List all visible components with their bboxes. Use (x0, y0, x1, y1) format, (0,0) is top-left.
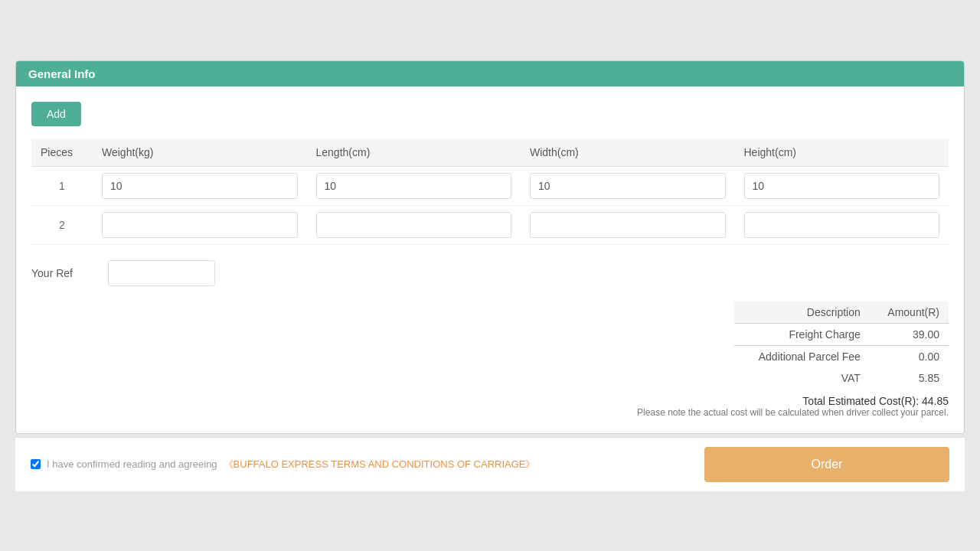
summary-col-description: Description (734, 302, 870, 324)
summary-row: Freight Charge 39.00 (734, 323, 949, 345)
table-row: 1 (31, 166, 949, 205)
card-body: Add Pieces Weight(kg) Length(cm) Width(c… (16, 86, 964, 433)
summary-row: Additional Parcel Fee 0.00 (734, 345, 949, 367)
terms-checkbox-label[interactable]: I have confirmed reading and agreeing 《B… (31, 458, 535, 471)
summary-col-amount: Amount(R) (870, 302, 949, 324)
height-input[interactable] (744, 212, 940, 238)
order-button[interactable]: Order (704, 447, 949, 482)
length-input[interactable] (316, 173, 512, 199)
col-pieces: Pieces (31, 139, 93, 167)
terms-checkbox[interactable] (31, 459, 41, 469)
summary-amount: 0.00 (870, 345, 949, 367)
summary-amount: 39.00 (870, 323, 949, 345)
summary-row: VAT 5.85 (734, 367, 949, 389)
checkbox-prefix: I have confirmed reading and agreeing (47, 458, 217, 470)
total-estimated: Total Estimated Cost(R): 44.85 (637, 395, 949, 407)
col-width: Width(cm) (521, 139, 735, 167)
summary-description: Freight Charge (734, 323, 870, 345)
actual-cost-note: Please note the actual cost will be calc… (637, 407, 949, 418)
col-length: Length(cm) (307, 139, 521, 167)
col-height: Height(cm) (735, 139, 949, 167)
terms-text: 《BUFFALO EXPRESS TERMS AND CONDITIONS OF… (224, 458, 536, 471)
card-header: General Info (16, 61, 964, 86)
summary-description: Additional Parcel Fee (734, 345, 870, 367)
your-ref-input[interactable] (108, 260, 215, 286)
add-button[interactable]: Add (31, 102, 81, 126)
piece-number: 1 (31, 166, 93, 205)
height-input[interactable] (744, 173, 940, 199)
weight-input[interactable] (102, 212, 298, 238)
summary-description: VAT (734, 367, 870, 389)
total-note: Total Estimated Cost(R): 44.85 Please no… (637, 395, 949, 418)
width-cell (521, 166, 735, 205)
your-ref-label: Your Ref (31, 267, 108, 279)
width-cell (521, 205, 735, 244)
weight-cell (93, 205, 307, 244)
table-row: 2 (31, 205, 949, 244)
length-input[interactable] (316, 212, 512, 238)
height-cell (735, 166, 949, 205)
piece-number: 2 (31, 205, 93, 244)
width-input[interactable] (530, 173, 726, 199)
height-cell (735, 205, 949, 244)
width-input[interactable] (530, 212, 726, 238)
summary-table: Description Amount(R) Freight Charge 39.… (734, 302, 949, 389)
length-cell (307, 166, 521, 205)
summary-section: Description Amount(R) Freight Charge 39.… (31, 302, 949, 418)
footer-section: I have confirmed reading and agreeing 《B… (15, 437, 965, 491)
summary-amount: 5.85 (870, 367, 949, 389)
col-weight: Weight(kg) (93, 139, 307, 167)
main-card: General Info Add Pieces Weight(kg) Lengt… (15, 60, 965, 434)
your-ref-row: Your Ref (31, 260, 949, 286)
weight-input[interactable] (102, 173, 298, 199)
card-title: General Info (28, 67, 96, 80)
weight-cell (93, 166, 307, 205)
length-cell (307, 205, 521, 244)
parcels-table: Pieces Weight(kg) Length(cm) Width(cm) H… (31, 139, 949, 245)
